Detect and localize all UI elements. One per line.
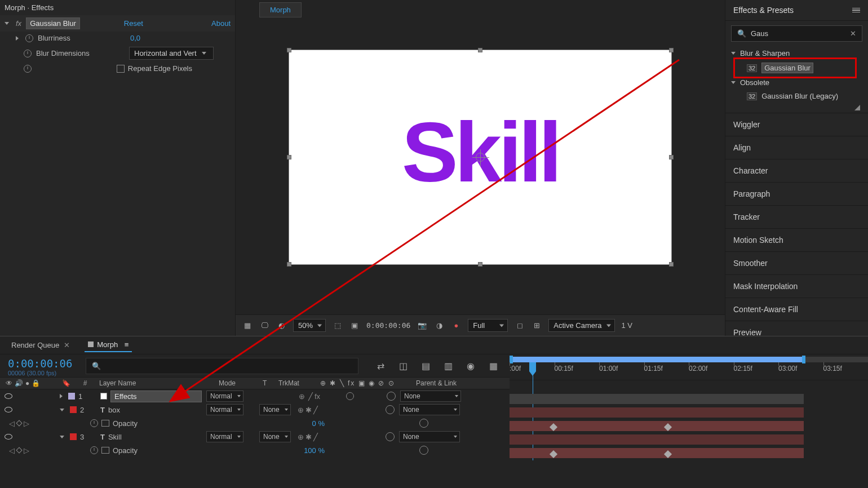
keyframe-icon[interactable] bbox=[664, 450, 672, 458]
keyframe-icon[interactable] bbox=[664, 423, 672, 431]
tab-morph[interactable]: Morph ≡ bbox=[85, 338, 132, 352]
pickwhip-icon[interactable] bbox=[419, 446, 428, 455]
panel-preview[interactable]: Preview bbox=[725, 321, 868, 344]
frame-blend-icon[interactable]: ▥ bbox=[442, 360, 454, 372]
parent-dropdown[interactable]: None bbox=[399, 404, 460, 415]
effect-name[interactable]: Gaussian Blur bbox=[26, 17, 80, 29]
trkmat-column[interactable]: TrkMat bbox=[278, 379, 320, 387]
color-label[interactable] bbox=[70, 406, 77, 413]
solo-column-icon[interactable]: ● bbox=[25, 379, 29, 387]
transparent-grid-icon[interactable]: ▣ bbox=[349, 321, 360, 331]
stopwatch-icon[interactable] bbox=[25, 34, 33, 42]
keyframe-nav-icon[interactable] bbox=[16, 420, 22, 426]
parent-dropdown[interactable]: None bbox=[399, 431, 460, 442]
effects-presets-header[interactable]: Effects & Presets bbox=[725, 0, 868, 21]
timeline-timecode[interactable]: 0:00:00:06 bbox=[0, 355, 80, 370]
panel-align[interactable]: Align bbox=[725, 136, 868, 159]
fx-badge[interactable]: fx bbox=[16, 19, 21, 28]
eye-column-icon[interactable]: 👁 bbox=[6, 379, 12, 387]
playhead[interactable] bbox=[529, 362, 536, 371]
collapse-effect-icon[interactable] bbox=[5, 22, 9, 25]
stopwatch-icon[interactable] bbox=[24, 65, 32, 73]
layer-row-2[interactable]: 2 Tbox Normal None ⊕✱╱ None bbox=[0, 403, 510, 416]
layer-bar[interactable] bbox=[510, 394, 804, 404]
tab-render-queue[interactable]: Render Queue✕ bbox=[8, 339, 73, 352]
region-icon[interactable]: ◻ bbox=[515, 321, 525, 331]
layer-row-3[interactable]: 3 TSkill Normal None ⊕✱╱ None bbox=[0, 430, 510, 443]
color-icon[interactable]: ● bbox=[451, 321, 461, 331]
motion-blur-icon[interactable]: ◉ bbox=[464, 360, 477, 372]
expand-layer-icon[interactable] bbox=[60, 394, 63, 398]
clear-search-icon[interactable]: ✕ bbox=[850, 29, 856, 38]
mode-dropdown[interactable]: Normal bbox=[206, 431, 243, 442]
views-label[interactable]: 1 V bbox=[622, 321, 633, 330]
panel-motion-sketch[interactable]: Motion Sketch bbox=[725, 228, 868, 251]
handle-icon[interactable] bbox=[478, 262, 482, 267]
panel-character[interactable]: Character bbox=[725, 159, 868, 182]
category-obsolete[interactable]: Obsolete bbox=[725, 76, 868, 90]
handle-icon[interactable] bbox=[287, 262, 291, 267]
keyframe-track[interactable] bbox=[510, 421, 804, 431]
parent-dropdown[interactable]: None bbox=[400, 391, 461, 402]
switches-column[interactable]: ⊕ ✱ ╲ fx ▣ ◉ ⊘ ⊙ bbox=[320, 379, 410, 387]
anchor-point-icon[interactable] bbox=[476, 153, 485, 162]
layer-name[interactable]: Skill bbox=[108, 433, 122, 441]
blur-dimensions-dropdown[interactable]: Horizontal and Vert bbox=[129, 47, 214, 60]
category-blur-sharpen[interactable]: Blur & Sharpen bbox=[725, 46, 868, 60]
color-label[interactable] bbox=[70, 433, 77, 440]
panel-wiggler[interactable]: Wiggler bbox=[725, 113, 868, 136]
effects-search-input[interactable]: 🔍 Gaus ✕ bbox=[731, 25, 862, 42]
grid-icon[interactable]: ▦ bbox=[242, 321, 253, 331]
layer-name[interactable]: box bbox=[108, 406, 120, 414]
keyframe-nav-icon[interactable] bbox=[16, 447, 22, 453]
pickwhip-icon[interactable] bbox=[387, 392, 396, 401]
panel-tracker[interactable]: Tracker bbox=[725, 205, 868, 228]
monitor-icon[interactable]: 🖵 bbox=[259, 321, 269, 331]
parent-column[interactable]: Parent & Link bbox=[410, 379, 501, 387]
opacity-value[interactable]: 100 % bbox=[304, 446, 325, 455]
opacity-property-row[interactable]: ◁▷ Opacity 0 % bbox=[0, 416, 510, 430]
audio-column-icon[interactable]: 🔊 bbox=[15, 379, 23, 387]
graph-editor-icon[interactable]: ▦ bbox=[487, 360, 499, 372]
handle-icon[interactable] bbox=[669, 48, 674, 52]
layer-name[interactable]: Effects bbox=[110, 391, 202, 402]
mode-dropdown[interactable]: Normal bbox=[206, 391, 243, 402]
draft3d-icon[interactable]: ◫ bbox=[397, 360, 409, 372]
res-toggle-icon[interactable]: ⬚ bbox=[333, 321, 343, 331]
viewer-timecode[interactable]: 0:00:00:06 bbox=[366, 321, 410, 330]
eye-icon[interactable] bbox=[5, 393, 12, 399]
layer-bar[interactable] bbox=[510, 407, 804, 418]
pickwhip-icon[interactable] bbox=[386, 432, 395, 441]
handle-icon[interactable] bbox=[669, 155, 674, 159]
graph-icon[interactable] bbox=[101, 447, 109, 454]
pickwhip-icon[interactable] bbox=[386, 405, 395, 414]
effect-gaussian-blur-legacy[interactable]: 32 Gaussian Blur (Legacy) bbox=[725, 90, 868, 103]
keyframe-icon[interactable] bbox=[550, 423, 557, 431]
lock-column-icon[interactable]: 🔒 bbox=[32, 379, 40, 387]
stopwatch-icon[interactable] bbox=[24, 50, 32, 57]
effect-gaussian-blur[interactable]: 32 Gaussian Blur bbox=[725, 60, 868, 76]
canvas[interactable]: Skill bbox=[289, 50, 672, 265]
layer-search-input[interactable]: 🔍 bbox=[86, 358, 358, 374]
color-label[interactable] bbox=[68, 393, 75, 400]
t-column[interactable]: T bbox=[263, 379, 278, 387]
opacity-property-row[interactable]: ◁▷ Opacity 100 % bbox=[0, 443, 510, 457]
panel-menu-icon[interactable] bbox=[852, 8, 860, 13]
expand-prop-icon[interactable] bbox=[16, 36, 19, 41]
handle-icon[interactable] bbox=[478, 48, 482, 52]
layer-name-column[interactable]: Layer Name bbox=[95, 379, 219, 387]
label-column-icon[interactable]: 🔖 bbox=[56, 379, 76, 387]
panel-paragraph[interactable]: Paragraph bbox=[725, 182, 868, 205]
num-column[interactable]: # bbox=[76, 379, 95, 387]
panel-mask-interpolation[interactable]: Mask Interpolation bbox=[725, 274, 868, 298]
time-ruler[interactable]: :00f 00:15f 01:00f 01:15f 02:00f 02:15f … bbox=[510, 354, 868, 380]
shy-icon[interactable]: ▤ bbox=[419, 360, 432, 372]
handle-icon[interactable] bbox=[669, 262, 674, 267]
mask-icon[interactable]: ◐ bbox=[276, 321, 286, 331]
comp-flowchart-icon[interactable]: ⇄ bbox=[374, 360, 387, 372]
guides-icon[interactable]: ⊞ bbox=[532, 321, 542, 331]
about-link[interactable]: About bbox=[211, 19, 231, 28]
mode-dropdown[interactable]: Normal bbox=[206, 404, 243, 415]
pickwhip-icon[interactable] bbox=[419, 419, 428, 428]
panel-smoother[interactable]: Smoother bbox=[725, 251, 868, 274]
